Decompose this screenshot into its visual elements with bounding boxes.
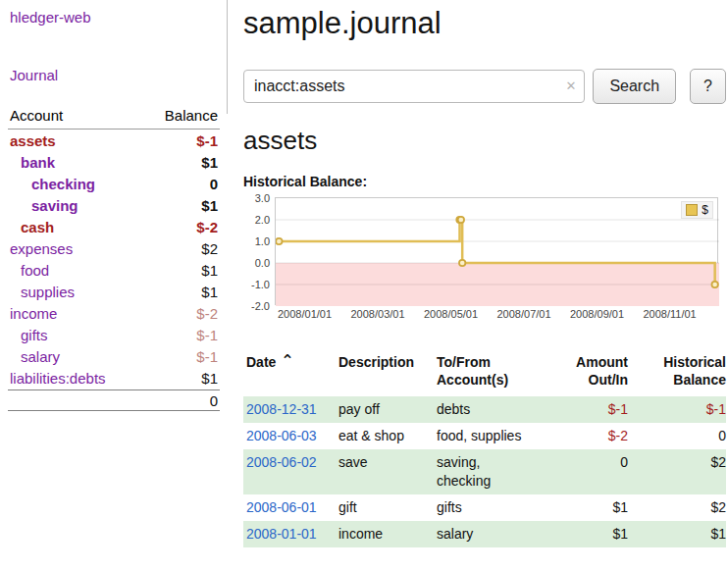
register-row: 2008-06-02savesaving, checking0$2 bbox=[243, 449, 726, 494]
app-title-link[interactable]: hledger-web bbox=[10, 9, 228, 26]
account-row: cash$-2 bbox=[8, 216, 220, 237]
register-accounts: debts bbox=[437, 400, 559, 419]
legend-label: $ bbox=[702, 203, 708, 217]
account-link[interactable]: cash bbox=[21, 219, 54, 235]
register-date-link[interactable]: 2008-06-01 bbox=[243, 498, 338, 517]
y-axis-label: -1.0 bbox=[251, 279, 270, 290]
account-balance: $1 bbox=[201, 154, 218, 171]
account-row: food$1 bbox=[8, 259, 220, 281]
register-description: pay off bbox=[338, 400, 437, 419]
account-link[interactable]: expenses bbox=[10, 240, 73, 257]
register-header-date-label: Date bbox=[246, 353, 276, 371]
register-date-link[interactable]: 2008-01-01 bbox=[243, 525, 338, 544]
register-balance: $1 bbox=[628, 525, 726, 544]
clear-search-icon[interactable]: ✕ bbox=[565, 79, 576, 92]
account-link[interactable]: supplies bbox=[21, 284, 75, 300]
register-header-row: Date ⌃ Description To/From Account(s) Am… bbox=[243, 353, 726, 396]
accounts-total-value: 0 bbox=[210, 392, 218, 409]
register-header-balance: Historical Balance bbox=[628, 353, 726, 389]
register-row: 2008-06-03eat & shopfood, supplies$-20 bbox=[243, 423, 726, 449]
account-row: expenses$2 bbox=[8, 237, 220, 259]
account-balance: $-1 bbox=[196, 132, 218, 149]
x-axis-label: 2008/07/01 bbox=[497, 308, 551, 320]
account-link[interactable]: liabilities:debts bbox=[10, 370, 106, 387]
register-accounts: saving, checking bbox=[437, 453, 559, 491]
register-accounts: gifts bbox=[437, 498, 559, 517]
account-link[interactable]: checking bbox=[31, 176, 95, 192]
account-link[interactable]: saving bbox=[31, 197, 78, 214]
account-link[interactable]: income bbox=[10, 305, 57, 322]
chart-legend: $ bbox=[681, 201, 713, 219]
register-header-description: Description bbox=[338, 353, 437, 389]
accounts-header-account: Account bbox=[10, 107, 63, 124]
accounts-total-row: 0 bbox=[8, 389, 220, 411]
register-amount: $1 bbox=[559, 525, 628, 544]
x-axis-label: 2008/01/01 bbox=[278, 308, 332, 320]
account-balance: $-1 bbox=[196, 348, 218, 365]
register-amount: $-1 bbox=[559, 400, 628, 419]
account-balance: $1 bbox=[201, 262, 218, 279]
register-balance: $2 bbox=[628, 498, 726, 517]
sidebar-item-journal[interactable]: Journal bbox=[10, 67, 228, 83]
register-date-link[interactable]: 2008-12-31 bbox=[243, 400, 338, 419]
account-balance: 0 bbox=[210, 176, 218, 192]
search-button[interactable]: Search bbox=[593, 69, 676, 104]
account-row: bank$1 bbox=[8, 151, 220, 173]
register-date-link[interactable]: 2008-06-02 bbox=[243, 453, 338, 491]
account-link[interactable]: gifts bbox=[21, 327, 48, 343]
y-axis-label: -2.0 bbox=[251, 300, 270, 312]
account-row: salary$-1 bbox=[8, 345, 220, 367]
register-header-amount: Amount Out/In bbox=[559, 353, 628, 389]
search-input[interactable] bbox=[243, 70, 585, 103]
account-link[interactable]: bank bbox=[21, 154, 55, 171]
account-row: supplies$1 bbox=[8, 281, 220, 302]
account-balance: $1 bbox=[201, 370, 218, 387]
x-axis-label: 2008/05/01 bbox=[424, 308, 478, 320]
register-balance: $-1 bbox=[628, 400, 726, 419]
register-balance: 0 bbox=[628, 427, 726, 445]
register-accounts: salary bbox=[437, 525, 559, 544]
account-row: assets$-1 bbox=[8, 130, 220, 151]
register-description: gift bbox=[338, 498, 437, 517]
account-link[interactable]: salary bbox=[21, 348, 60, 365]
register-header-accounts: To/From Account(s) bbox=[437, 353, 559, 389]
register-description: income bbox=[338, 525, 437, 544]
y-axis-label: 0.0 bbox=[255, 257, 270, 269]
sort-ascending-icon: ⌃ bbox=[281, 353, 293, 369]
register-header-date[interactable]: Date ⌃ bbox=[243, 353, 338, 389]
account-heading: assets bbox=[243, 126, 726, 156]
balance-chart: 3.02.01.00.0-1.0-2.0 $ bbox=[243, 197, 726, 305]
chart-title: Historical Balance: bbox=[243, 174, 726, 189]
register-balance: $2 bbox=[628, 453, 726, 491]
account-link[interactable]: food bbox=[21, 262, 49, 279]
register-row: 2008-06-01giftgifts$1$2 bbox=[243, 494, 726, 521]
account-table-body: assets$-1bank$1checking0saving$1cash$-2e… bbox=[8, 130, 220, 389]
register-accounts: food, supplies bbox=[437, 427, 559, 445]
legend-swatch-icon bbox=[686, 204, 698, 216]
account-balance: $-1 bbox=[196, 327, 218, 343]
help-button[interactable]: ? bbox=[690, 69, 726, 104]
register-amount: 0 bbox=[559, 453, 628, 491]
search-bar: ✕ Search ? bbox=[243, 69, 726, 104]
account-balance: $-2 bbox=[196, 305, 218, 322]
search-input-wrap: ✕ bbox=[243, 70, 585, 103]
account-link[interactable]: assets bbox=[10, 132, 56, 149]
account-balance: $-2 bbox=[196, 219, 218, 235]
account-balance: $1 bbox=[201, 284, 218, 300]
chart-y-axis: 3.02.01.00.0-1.0-2.0 bbox=[243, 197, 275, 305]
main-content: sample.journal ✕ Search ? assets Histori… bbox=[243, 0, 726, 547]
account-balance: $1 bbox=[201, 197, 218, 214]
register-description: save bbox=[338, 453, 437, 491]
chart-x-axis: 2008/01/012008/03/012008/05/012008/07/01… bbox=[276, 308, 721, 324]
register-date-link[interactable]: 2008-06-03 bbox=[243, 427, 338, 445]
account-row: saving$1 bbox=[8, 194, 220, 216]
account-balance: $2 bbox=[201, 240, 218, 257]
register-body: 2008-12-31pay offdebts$-1$-12008-06-03ea… bbox=[243, 396, 726, 547]
accounts-header-row: Account Balance bbox=[8, 107, 220, 130]
chart-svg bbox=[276, 198, 719, 306]
register-description: eat & shop bbox=[338, 427, 437, 445]
register-amount: $-2 bbox=[559, 427, 628, 445]
sidebar-divider bbox=[227, 0, 228, 114]
x-axis-label: 2008/03/01 bbox=[351, 308, 405, 320]
sidebar: hledger-web Journal Account Balance asse… bbox=[0, 0, 228, 411]
